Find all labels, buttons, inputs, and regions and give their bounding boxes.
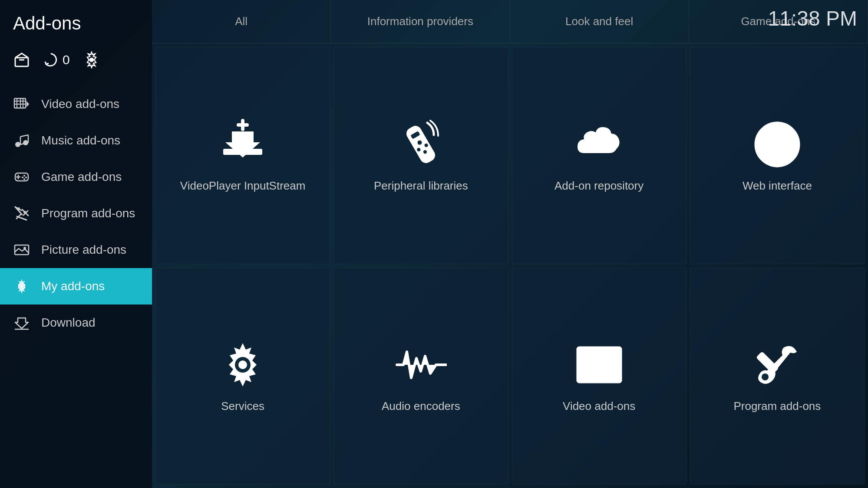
grid-item-services[interactable]: Services — [155, 268, 330, 485]
svg-point-21 — [25, 177, 27, 178]
addons-grid: VideoPlayer InputStream — [152, 43, 868, 488]
sidebar-label-program: Program add-ons — [41, 206, 135, 220]
svg-point-48 — [238, 360, 247, 369]
app-title: Add-ons — [0, 13, 152, 51]
download-plus-icon — [217, 118, 269, 170]
svg-point-22 — [22, 177, 23, 178]
globe-icon — [751, 118, 803, 170]
grid-item-video-add-ons[interactable]: Video add-ons — [512, 268, 686, 485]
svg-rect-0 — [15, 58, 28, 66]
sidebar-label-video: Video add-ons — [41, 97, 119, 111]
svg-marker-10 — [26, 101, 29, 107]
time-display: 11:38 PM — [768, 7, 857, 30]
sidebar-item-game-add-ons[interactable]: Game add-ons — [0, 159, 152, 195]
grid-label-web: Web interface — [743, 179, 812, 193]
sidebar: Add-ons 0 — [0, 0, 152, 488]
tab-information-providers[interactable]: Information providers — [331, 0, 510, 43]
refresh-count: 0 — [63, 52, 70, 67]
my-addons-icon — [13, 278, 30, 295]
sidebar-label-picture: Picture add-ons — [41, 243, 126, 257]
video-icon — [13, 95, 30, 113]
main-content: All Information providers Look and feel … — [152, 0, 868, 488]
grid-item-program-add-ons[interactable]: Program add-ons — [690, 268, 865, 485]
sidebar-toolbar: 0 — [0, 51, 152, 86]
program-icon — [13, 205, 30, 222]
grid-label-audio: Audio encoders — [382, 400, 460, 413]
download-icon — [13, 314, 30, 331]
grid-label-services: Services — [221, 400, 264, 413]
svg-point-11 — [15, 142, 20, 147]
settings-button[interactable] — [83, 51, 100, 69]
grid-label-video: Video add-ons — [563, 400, 635, 413]
sidebar-label-music: Music add-ons — [41, 134, 120, 147]
grid-item-web-interface[interactable]: Web interface — [690, 47, 865, 264]
sidebar-item-program-add-ons[interactable]: Program add-ons — [0, 195, 152, 232]
svg-point-61 — [762, 373, 769, 380]
music-icon — [13, 132, 30, 149]
waveform-icon — [395, 339, 447, 391]
film-icon — [573, 339, 625, 391]
grid-label-peripheral: Peripheral libraries — [374, 179, 468, 193]
sidebar-item-music-add-ons[interactable]: Music add-ons — [0, 122, 152, 159]
gear-icon — [217, 339, 269, 391]
svg-rect-49 — [578, 347, 621, 382]
tab-all[interactable]: All — [152, 0, 331, 43]
grid-item-videoplayer-inputstream[interactable]: VideoPlayer InputStream — [155, 47, 330, 264]
grid-item-add-on-repository[interactable]: Add-on repository — [512, 47, 686, 264]
picture-icon — [13, 241, 30, 259]
svg-point-20 — [23, 175, 25, 177]
grid-label-videoplayer: VideoPlayer InputStream — [180, 179, 306, 193]
grid-item-audio-encoders[interactable]: Audio encoders — [333, 268, 508, 485]
sidebar-item-video-add-ons[interactable]: Video add-ons — [0, 86, 152, 122]
grid-label-program: Program add-ons — [733, 400, 821, 413]
svg-point-31 — [23, 247, 26, 249]
svg-line-16 — [20, 135, 28, 137]
sidebar-item-picture-add-ons[interactable]: Picture add-ons — [0, 232, 152, 268]
sidebar-navigation: Video add-ons Music add-ons — [0, 86, 152, 341]
cloud-icon — [573, 118, 625, 170]
wrench-icon — [751, 339, 803, 391]
category-tabs: All Information providers Look and feel … — [152, 0, 868, 43]
game-icon — [13, 168, 30, 186]
refresh-button[interactable]: 0 — [43, 52, 70, 68]
grid-item-peripheral-libraries[interactable]: Peripheral libraries — [333, 47, 508, 264]
install-button[interactable] — [13, 51, 30, 69]
sidebar-label-game: Game add-ons — [41, 170, 122, 184]
svg-point-28 — [17, 207, 20, 210]
svg-point-3 — [89, 58, 94, 62]
svg-point-23 — [23, 178, 25, 180]
sidebar-item-download[interactable]: Download — [0, 305, 152, 341]
sidebar-label-my-addons: My add-ons — [41, 279, 105, 293]
grid-label-repository: Add-on repository — [554, 179, 644, 193]
sidebar-item-my-add-ons[interactable]: My add-ons — [0, 268, 152, 305]
tab-look-and-feel[interactable]: Look and feel — [510, 0, 689, 43]
sidebar-label-download: Download — [41, 316, 96, 330]
remote-icon — [395, 118, 447, 170]
